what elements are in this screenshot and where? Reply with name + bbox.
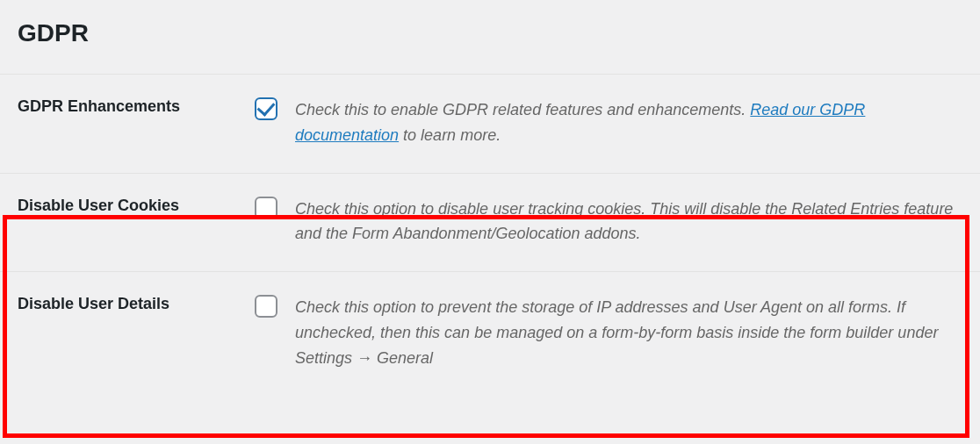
desc-disable-user-cookies: Check this option to disable user tracki… (295, 200, 953, 243)
section-title: GDPR (0, 0, 980, 74)
checkbox-box-icon (255, 295, 277, 318)
row-disable-user-cookies: Disable User Cookies Check this option t… (0, 173, 980, 272)
label-gdpr-enhancements: GDPR Enhancements (18, 97, 180, 115)
label-disable-user-cookies: Disable User Cookies (18, 197, 179, 214)
checkbox-wrap (255, 197, 277, 223)
desc-text-before: Check this to enable GDPR related featur… (295, 101, 750, 118)
row-disable-user-details: Disable User Details Check this option t… (0, 272, 980, 396)
desc-disable-user-details: Check this option to prevent the storage… (295, 298, 938, 367)
checkbox-box-icon (255, 197, 277, 219)
checkbox-wrap (255, 97, 277, 124)
label-disable-user-details: Disable User Details (18, 295, 169, 312)
checkbox-box-icon (255, 97, 277, 120)
row-gdpr-enhancements: GDPR Enhancements Check this to enable G… (0, 75, 980, 174)
desc-gdpr-enhancements: Check this to enable GDPR related featur… (295, 101, 865, 144)
checkbox-wrap (255, 295, 277, 321)
desc-text-after: to learn more. (399, 126, 501, 144)
gdpr-settings-section: GDPR GDPR Enhancements Check this to ena… (0, 0, 980, 396)
settings-table: GDPR Enhancements Check this to enable G… (0, 74, 980, 396)
